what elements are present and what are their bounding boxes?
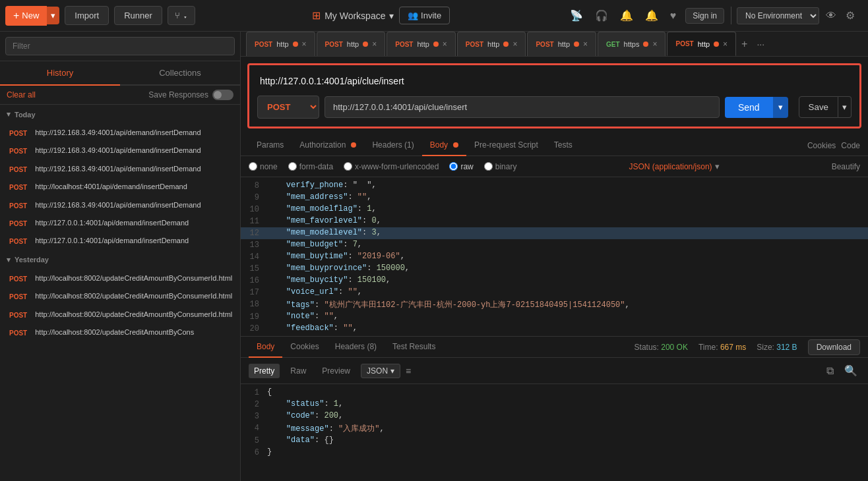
- raw-button[interactable]: Raw: [285, 364, 311, 378]
- url-input[interactable]: [325, 96, 720, 118]
- alert-icon[interactable]: 🔔: [642, 7, 661, 24]
- top-center: ⊞ My Workspace ▾ 👥 Invite: [201, 7, 562, 24]
- tab-params[interactable]: Params: [249, 135, 292, 156]
- response-right-icons: ⧉ 🔍: [824, 362, 860, 380]
- radio-binary[interactable]: binary: [484, 162, 517, 171]
- close-tab-4[interactable]: ×: [512, 40, 517, 49]
- close-tab-7[interactable]: ×: [723, 40, 728, 49]
- content-area: POST http × POST http × POST http × POST…: [241, 32, 868, 481]
- copy-response-button[interactable]: ⧉: [824, 362, 836, 380]
- tab-tests[interactable]: Tests: [546, 135, 580, 156]
- save-button[interactable]: Save: [799, 96, 838, 118]
- code-link[interactable]: Code: [841, 141, 860, 150]
- code-line-20: 20 "feedback": "",: [241, 323, 868, 335]
- request-sub-tabs: Params Authorization Headers (1) Body Pr…: [241, 135, 868, 156]
- body-type-selector: none form-data x-www-form-urlencoded raw…: [241, 156, 868, 177]
- resp-line-1: 1 {: [241, 387, 868, 399]
- close-tab-1[interactable]: ×: [302, 40, 307, 49]
- list-item[interactable]: POST http://192.168.3.49:4001/api/demand…: [0, 160, 240, 178]
- invite-button[interactable]: 👥 Invite: [399, 7, 450, 24]
- request-tab-1[interactable]: POST http ×: [246, 32, 315, 56]
- radio-urlencoded[interactable]: x-www-form-urlencoded: [344, 162, 439, 171]
- response-json-dropdown[interactable]: JSON ▾: [361, 364, 400, 378]
- code-line-10: 10 "mem_modelflag": 1,: [241, 204, 868, 215]
- main-layout: History Collections Clear all Save Respo…: [0, 32, 868, 481]
- response-area: Body Cookies Headers (8) Test Results St…: [241, 336, 868, 481]
- radio-form-data[interactable]: form-data: [288, 162, 333, 171]
- search-response-button[interactable]: 🔍: [842, 362, 860, 380]
- code-line-15: 15 "mem_buyprovince": 150000,: [241, 263, 868, 275]
- list-item[interactable]: POST http://localhost:4001/api/demand/in…: [0, 178, 240, 196]
- fork-button[interactable]: ⑂ ▾: [168, 6, 195, 25]
- request-tab-5[interactable]: POST http ×: [527, 32, 596, 56]
- request-body-editor[interactable]: 8 verify_phone: " ", 9 "mem_address": ""…: [241, 177, 868, 336]
- request-tab-2[interactable]: POST http ×: [317, 32, 386, 56]
- radio-none[interactable]: none: [249, 162, 278, 171]
- filter-icon[interactable]: ≡: [406, 366, 411, 376]
- heart-icon[interactable]: ♥: [667, 7, 679, 24]
- list-item[interactable]: POST http://localhost:8002/updateCreditA…: [0, 287, 240, 305]
- list-item[interactable]: POST http://localhost:8002/updateCreditA…: [0, 306, 240, 324]
- resp-tab-headers[interactable]: Headers (8): [327, 337, 385, 358]
- tab-pre-request[interactable]: Pre-request Script: [466, 135, 546, 156]
- pretty-button[interactable]: Pretty: [249, 364, 280, 378]
- code-line-17: 17 "voice_url": "",: [241, 287, 868, 298]
- response-tabs-row: Body Cookies Headers (8) Test Results St…: [241, 337, 868, 358]
- list-item[interactable]: POST http://localhost:8002/updateCreditA…: [0, 269, 240, 287]
- env-settings-icon[interactable]: ⚙: [843, 7, 857, 24]
- preview-button[interactable]: Preview: [317, 364, 356, 378]
- list-item[interactable]: POST http://127.0.0.1:4001/api/demand/in…: [0, 232, 240, 250]
- tab-authorization[interactable]: Authorization: [292, 135, 364, 156]
- tab-headers[interactable]: Headers (1): [364, 135, 421, 156]
- sidebar-search-area: [0, 32, 240, 61]
- method-badge: POST: [7, 311, 30, 320]
- runner-button[interactable]: Runner: [114, 6, 162, 25]
- clear-all-button[interactable]: Clear all: [7, 90, 36, 99]
- env-eye-icon[interactable]: 👁: [823, 7, 839, 24]
- new-dropdown-arrow[interactable]: ▾: [47, 7, 59, 24]
- environment-select[interactable]: No Environment: [737, 7, 819, 24]
- satellite-icon[interactable]: 📡: [567, 7, 586, 24]
- close-tab-2[interactable]: ×: [372, 40, 377, 49]
- json-format-dropdown[interactable]: ▾: [715, 161, 720, 171]
- close-tab-3[interactable]: ×: [443, 40, 447, 49]
- headset-icon[interactable]: 🎧: [592, 7, 611, 24]
- list-item[interactable]: POST http://192.168.3.49:4001/api/demand…: [0, 142, 240, 159]
- request-tab-4[interactable]: POST http ×: [457, 32, 526, 56]
- tab-body[interactable]: Body: [422, 135, 466, 156]
- save-responses-switch[interactable]: [212, 90, 233, 100]
- send-button[interactable]: Send: [725, 97, 773, 118]
- list-item[interactable]: POST http://192.168.3.49:4001/api/demand…: [0, 124, 240, 142]
- add-tab-button[interactable]: +: [737, 38, 751, 50]
- request-tab-6[interactable]: GET https ×: [598, 32, 666, 56]
- search-input[interactable]: [5, 37, 235, 55]
- bell-icon[interactable]: 🔔: [617, 7, 636, 24]
- save-dropdown-button[interactable]: ▾: [838, 96, 852, 118]
- resp-tab-test-results[interactable]: Test Results: [385, 337, 443, 358]
- resp-tab-cookies[interactable]: Cookies: [282, 337, 326, 358]
- resp-tab-body[interactable]: Body: [249, 337, 282, 358]
- beautify-button[interactable]: Beautify: [832, 162, 860, 171]
- close-tab-5[interactable]: ×: [583, 40, 588, 49]
- request-tab-7[interactable]: POST http ×: [667, 32, 736, 56]
- workspace-button[interactable]: ⊞ My Workspace ▾: [312, 9, 394, 22]
- cookies-link[interactable]: Cookies: [807, 141, 836, 150]
- sign-in-button[interactable]: Sign in: [685, 8, 724, 24]
- radio-raw[interactable]: raw: [449, 162, 473, 171]
- list-item[interactable]: POST http://192.168.3.49:4001/api/demand…: [0, 196, 240, 214]
- list-item[interactable]: POST http://127.0.0.1:4001/api/demand/in…: [0, 214, 240, 232]
- new-button[interactable]: + New: [5, 6, 47, 26]
- import-button[interactable]: Import: [65, 6, 109, 25]
- download-button[interactable]: Download: [808, 339, 860, 355]
- tab-history[interactable]: History: [0, 61, 120, 86]
- method-select[interactable]: POST GET PUT DELETE: [257, 96, 319, 119]
- code-line-8: 8 verify_phone: " ",: [241, 180, 868, 192]
- close-tab-6[interactable]: ×: [652, 40, 657, 49]
- request-tab-3[interactable]: POST http ×: [387, 32, 456, 56]
- send-dropdown-button[interactable]: ▾: [773, 97, 788, 118]
- tab-collections[interactable]: Collections: [120, 61, 240, 86]
- method-badge: POST: [7, 275, 30, 283]
- method-badge: POST: [7, 237, 30, 246]
- more-tabs-button[interactable]: ···: [753, 39, 768, 49]
- list-item[interactable]: POST http://localhost:8002/updateCreditA…: [0, 324, 240, 341]
